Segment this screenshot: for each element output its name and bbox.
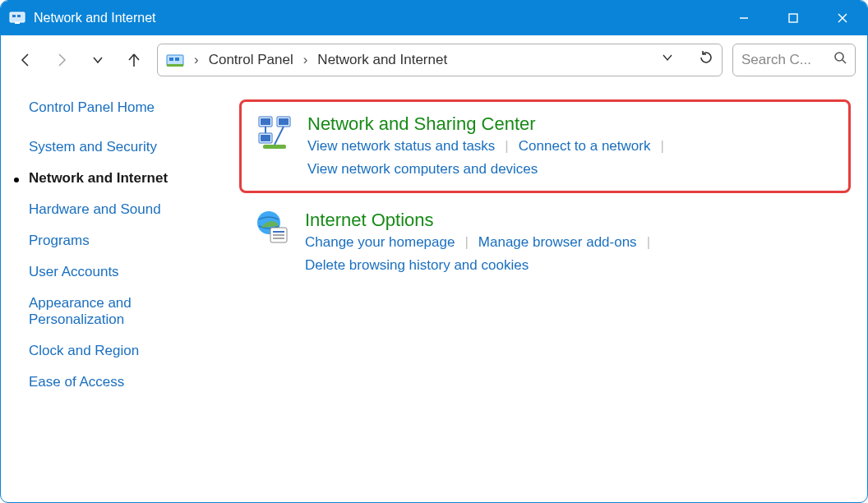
minimize-button[interactable] xyxy=(719,1,769,35)
delete-history-link[interactable]: Delete browsing history and cookies xyxy=(305,257,529,274)
breadcrumb-control-panel[interactable]: Control Panel xyxy=(209,52,293,68)
sidebar-item-network-internet[interactable]: Network and Internet xyxy=(29,170,216,187)
toolbar: › Control Panel › Network and Internet S… xyxy=(1,35,867,85)
svg-rect-10 xyxy=(175,58,179,61)
svg-rect-3 xyxy=(15,22,20,24)
manage-addons-link[interactable]: Manage browser add-ons xyxy=(478,234,637,251)
network-sharing-heading[interactable]: Network and Sharing Center xyxy=(307,113,833,135)
close-button[interactable] xyxy=(818,1,867,35)
network-sharing-section: Network and Sharing Center View network … xyxy=(239,99,851,193)
back-button[interactable] xyxy=(12,47,39,73)
recent-dropdown[interactable] xyxy=(85,47,111,73)
sidebar-item-clock-region[interactable]: Clock and Region xyxy=(29,343,216,359)
svg-rect-1 xyxy=(12,15,16,17)
control-panel-window: Network and Internet › Contr xyxy=(0,0,868,503)
internet-options-section: Internet Options Change your homepage | … xyxy=(239,198,851,287)
breadcrumb-network-internet[interactable]: Network and Internet xyxy=(317,52,447,68)
divider: | xyxy=(650,138,673,155)
sidebar-item-appearance-personalization[interactable]: Appearance and Personalization xyxy=(29,295,216,328)
search-box[interactable]: Search C... xyxy=(732,44,856,76)
forward-button[interactable] xyxy=(48,47,75,73)
change-homepage-link[interactable]: Change your homepage xyxy=(305,234,455,251)
svg-rect-17 xyxy=(279,118,289,125)
main-pane: Network and Sharing Center View network … xyxy=(231,99,867,502)
svg-rect-15 xyxy=(261,118,270,125)
svg-rect-5 xyxy=(789,14,797,22)
svg-rect-2 xyxy=(17,15,21,17)
titlebar: Network and Internet xyxy=(1,1,867,35)
sidebar-item-system-security[interactable]: System and Security xyxy=(29,139,216,155)
control-panel-home-link[interactable]: Control Panel Home xyxy=(29,99,216,116)
window-title: Network and Internet xyxy=(34,11,156,25)
up-button[interactable] xyxy=(121,47,147,73)
divider: | xyxy=(455,234,478,251)
app-icon xyxy=(9,10,25,26)
folder-icon xyxy=(166,53,184,67)
internet-options-heading[interactable]: Internet Options xyxy=(305,210,836,231)
svg-point-12 xyxy=(835,53,843,61)
svg-rect-20 xyxy=(263,145,286,149)
sidebar: Control Panel Home System and Security N… xyxy=(1,99,231,502)
view-network-status-link[interactable]: View network status and tasks xyxy=(307,138,495,155)
content-area: Control Panel Home System and Security N… xyxy=(1,85,867,502)
svg-line-22 xyxy=(275,127,284,145)
sidebar-item-user-accounts[interactable]: User Accounts xyxy=(29,264,216,280)
search-icon xyxy=(833,51,847,68)
internet-options-icon xyxy=(254,210,290,246)
svg-rect-11 xyxy=(167,64,183,67)
svg-rect-9 xyxy=(169,58,173,61)
address-dropdown-icon[interactable] xyxy=(661,51,674,68)
view-network-computers-link[interactable]: View network computers and devices xyxy=(307,161,538,178)
network-sharing-icon xyxy=(256,113,293,150)
sidebar-item-hardware-sound[interactable]: Hardware and Sound xyxy=(29,201,216,218)
refresh-button[interactable] xyxy=(699,50,713,69)
chevron-right-icon: › xyxy=(300,52,312,68)
divider: | xyxy=(495,138,518,155)
address-bar[interactable]: › Control Panel › Network and Internet xyxy=(157,44,723,76)
sidebar-item-programs[interactable]: Programs xyxy=(29,233,216,249)
svg-rect-19 xyxy=(261,135,270,141)
chevron-right-icon: › xyxy=(191,52,202,68)
divider: | xyxy=(637,234,660,251)
maximize-button[interactable] xyxy=(769,1,818,35)
search-placeholder: Search C... xyxy=(741,52,827,68)
sidebar-item-ease-of-access[interactable]: Ease of Access xyxy=(29,374,216,390)
connect-network-link[interactable]: Connect to a network xyxy=(519,138,651,155)
svg-line-13 xyxy=(843,60,846,63)
